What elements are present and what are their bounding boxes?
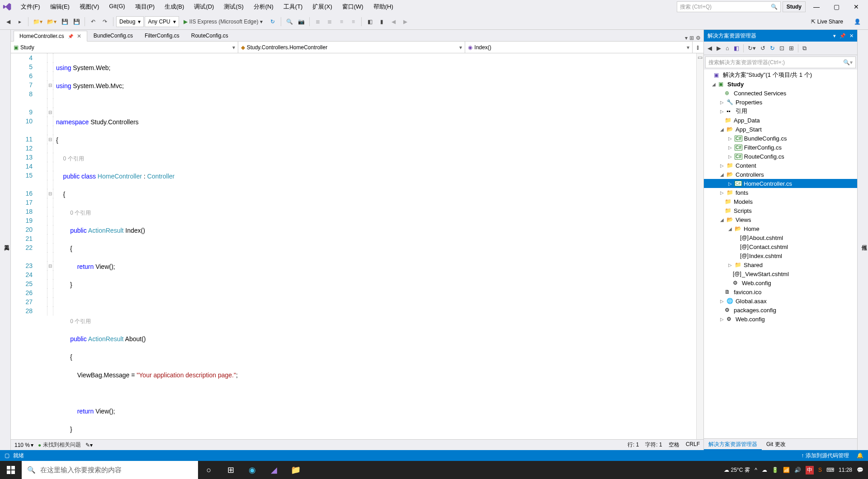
tree-filterconfig[interactable]: ▷C#FilterConfig.cs [704, 143, 857, 152]
bookmark-next-icon[interactable]: ▶ [400, 16, 410, 28]
bookmark-icon[interactable]: ◧ [364, 16, 375, 28]
tree-webconfig-root[interactable]: ▷⚙Web.config [704, 315, 857, 324]
run-button[interactable]: ▶IIS Express (Microsoft Edge)▾ [180, 16, 267, 28]
vs-taskbar-icon[interactable]: ◢ [263, 461, 285, 479]
tree-connected-services[interactable]: ⊕Connected Services [704, 89, 857, 98]
nav-member-combo[interactable]: ◉ Index()▾ [465, 42, 693, 53]
tree-shared[interactable]: ▷📁Shared [704, 260, 857, 269]
nav-back-icon[interactable]: ◀ [706, 43, 714, 53]
tree-packages[interactable]: ⚙packages.config [704, 305, 857, 315]
browser-link-icon[interactable]: 📷 [296, 16, 307, 28]
tab-dropdown-icon[interactable]: ▾ [685, 35, 688, 41]
sync-icon[interactable]: ↺ [759, 43, 767, 53]
account-icon[interactable]: 👤 [854, 19, 861, 25]
maximize-button[interactable]: ▢ [827, 0, 845, 13]
tree-fonts[interactable]: ▷📁fonts [704, 188, 857, 197]
tab-homecontroller[interactable]: HomeController.cs 📌 ✕ [14, 31, 87, 42]
split-editor-icon[interactable]: ⫿ [693, 42, 703, 53]
tab-bundleconfig[interactable]: BundleConfig.cs [88, 30, 138, 41]
collapse-all-icon[interactable]: ⊡ [778, 43, 786, 53]
tree-app-start[interactable]: ◢📂App_Start [704, 125, 857, 134]
nav-forward-icon[interactable]: ▶ [715, 43, 723, 53]
nav-project-combo[interactable]: ▣ Study▾ [11, 42, 238, 53]
tab-filterconfig[interactable]: FilterConfig.cs [139, 30, 185, 41]
bookmark-prev-icon[interactable]: ◀ [388, 16, 399, 28]
onedrive-icon[interactable]: ☁ [762, 467, 767, 473]
tree-references[interactable]: ▷▪▪引用 [704, 107, 857, 116]
tree-routeconfig[interactable]: ▷C#RouteConfig.cs [704, 152, 857, 161]
comment-icon[interactable]: ≡ [336, 16, 347, 28]
fold-column[interactable]: ⊟ ⊟ ⊟ ⊟ ⊟ [47, 53, 53, 439]
tab-git-changes[interactable]: Git 更改 [762, 439, 790, 450]
tree-home-folder[interactable]: ◢📂Home [704, 224, 857, 233]
tree-solution-root[interactable]: ▣解决方案"Study"(1 个项目/共 1 个) [704, 70, 857, 80]
panel-dropdown-icon[interactable]: ▾ [833, 33, 836, 39]
tree-scripts[interactable]: 📁Scripts [704, 206, 857, 215]
sogou-icon[interactable]: S [818, 467, 822, 473]
no-issues-indicator[interactable]: ● 未找到相关问题 [38, 441, 81, 449]
pending-changes-icon[interactable]: ↻▾ [746, 43, 758, 53]
notification-icon[interactable]: 🔔 [857, 452, 863, 459]
vertical-scrollbar[interactable] [696, 53, 703, 439]
tree-favicon[interactable]: 🗎favicon.ico [704, 287, 857, 296]
tree-views[interactable]: ◢📂Views [704, 215, 857, 224]
zoom-combo[interactable]: 110 %▾ [14, 442, 33, 448]
tab-routeconfig[interactable]: RouteConfig.cs [186, 30, 234, 41]
split-horizontal-icon[interactable]: ▭ [698, 54, 703, 61]
menu-git[interactable]: Git(G) [104, 1, 129, 13]
ime-indicator[interactable]: 中 [806, 466, 814, 474]
tab-solution-explorer[interactable]: 解决方案资源管理器 [704, 439, 762, 450]
uncomment-icon[interactable]: ≡ [348, 16, 359, 28]
tree-contact-cshtml[interactable]: [@]Contact.cshtml [704, 242, 857, 251]
platform-combo[interactable]: Any CPU▾ [145, 16, 179, 27]
tab-gear-icon[interactable]: ⚙ [696, 35, 701, 41]
pen-icon[interactable]: ✎▾ [85, 442, 93, 448]
live-share-button[interactable]: ⇱ Live Share 👤 [807, 19, 865, 25]
tree-viewstart[interactable]: [@]_ViewStart.cshtml [704, 269, 857, 278]
menu-help[interactable]: 帮助(H) [369, 1, 398, 13]
menu-edit[interactable]: 编辑(E) [46, 1, 74, 13]
nav-class-combo[interactable]: ◆ Study.Controllers.HomeController▾ [238, 42, 466, 53]
tree-models[interactable]: 📁Models [704, 197, 857, 206]
tree-about-cshtml[interactable]: [@]About.cshtml [704, 233, 857, 242]
close-button[interactable]: ✕ [847, 0, 865, 13]
menu-window[interactable]: 窗口(W) [338, 1, 368, 13]
refresh-button[interactable]: ↻ [267, 16, 278, 28]
cortana-icon[interactable]: ○ [198, 461, 220, 479]
wifi-icon[interactable]: 📶 [783, 467, 790, 473]
refresh-tree-icon[interactable]: ↻ [768, 43, 777, 53]
undo-button[interactable]: ↶ [88, 16, 99, 28]
open-file-button[interactable]: 📂▾ [45, 16, 58, 28]
save-button[interactable]: 💾 [59, 16, 70, 28]
show-all-icon[interactable]: ⊞ [787, 43, 796, 53]
properties-dock-tab[interactable]: 属性 [857, 30, 868, 450]
redo-button[interactable]: ↷ [99, 16, 110, 28]
menu-analyze[interactable]: 分析(N) [249, 1, 278, 13]
switch-views-icon[interactable]: ◧ [732, 43, 741, 53]
space-indicator[interactable]: 空格 [669, 441, 679, 449]
tree-homecontroller[interactable]: ▷C#HomeController.cs [704, 179, 857, 188]
taskbar-search-input[interactable]: 🔍 在这里输入你要搜索的内容 [22, 461, 198, 479]
explorer-icon[interactable]: 📁 [285, 461, 307, 479]
code-editor[interactable]: 4567 8910 111213 141516 17181920 212223 … [11, 53, 703, 439]
solution-search-input[interactable]: 搜索解决方案资源管理器(Ctrl+;) 🔍▾ [705, 56, 856, 68]
input-mode-icon[interactable]: ⌨ [826, 467, 834, 473]
forward-button[interactable]: ▸ [14, 16, 25, 28]
battery-icon[interactable]: 🔋 [772, 467, 778, 473]
toolbox-dock-tab[interactable]: 工具箱 [0, 30, 11, 450]
save-all-button[interactable]: 💾 [71, 16, 82, 28]
menu-view[interactable]: 视图(V) [75, 1, 104, 13]
tree-global-asax[interactable]: ▷🌐Global.asax [704, 296, 857, 305]
notifications-icon[interactable]: 💬 [857, 467, 863, 473]
menu-debug[interactable]: 调试(D) [189, 1, 218, 13]
config-combo[interactable]: Debug▾ [116, 16, 144, 27]
home-icon[interactable]: ⌂ [724, 43, 731, 53]
panel-title[interactable]: 解决方案资源管理器 ▾ 📌 ✕ [704, 30, 857, 42]
panel-pin-icon[interactable]: 📌 [840, 33, 846, 39]
tree-controllers[interactable]: ◢📂Controllers [704, 170, 857, 179]
menu-tools[interactable]: 工具(T) [279, 1, 307, 13]
start-button[interactable] [0, 461, 22, 479]
minimize-button[interactable]: — [807, 0, 826, 13]
add-source-control[interactable]: ↑ 添加到源代码管理 🔔 [801, 452, 863, 460]
properties-icon[interactable]: ⧉ [801, 43, 808, 53]
